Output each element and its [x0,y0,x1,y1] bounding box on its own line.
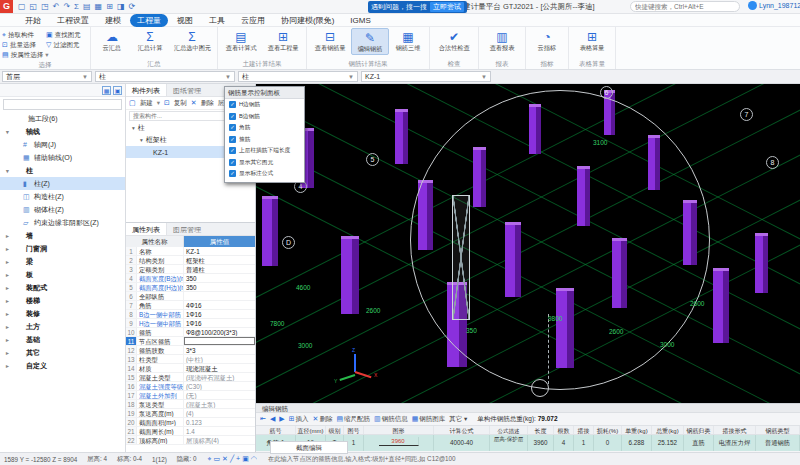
nav-tree-item[interactable]: ◫ 构造柱(Z) [0,190,125,203]
ribbon-tab[interactable]: 建模 [98,14,128,27]
viewport-3d[interactable]: 460078003000260098002600300031003502600 … [256,84,800,403]
checkbox-checked-icon[interactable]: ✓ [229,101,236,108]
rebar-gallery-button[interactable]: ▦钢筋图库 [412,415,446,424]
property-row[interactable]: 13 柱类型 (中柱) [126,355,255,364]
property-value[interactable]: 普通柱 [184,265,255,273]
qat-icon[interactable]: Σ [74,2,79,12]
qat-icon[interactable]: ↷ [63,2,70,12]
rebar-display-option[interactable]: ✓ 显示其它图元 [225,157,304,169]
property-row[interactable]: 20 截面面积(m²) 0.123 [126,418,255,427]
property-row[interactable]: 4 截面宽度(B边)(mm) 350 [126,274,255,283]
ribbon-tab[interactable]: IGMS [343,15,377,26]
property-row[interactable]: 9 H边一侧中部筋 1Φ16 [126,319,255,328]
status-tool-icon[interactable]: ╱ [230,455,234,462]
nav-search-input[interactable] [3,99,122,110]
checkbox-checked-icon[interactable]: ✓ [229,170,236,177]
checkbox-checked-icon[interactable]: ✓ [229,147,236,154]
property-row[interactable]: 16 混凝土强度等级 (C30) [126,382,255,391]
qat-icon[interactable]: ⊞ [106,2,113,12]
other-menu-button[interactable]: 其它 ▾ [449,415,467,424]
legality-check-button[interactable]: ✔合法性检查 [432,28,476,53]
nav-tree-item[interactable]: ▱ 约束边缘非阴影区(Z) [0,216,125,229]
property-row[interactable]: 18 泵送类型 (混凝土泵) [126,400,255,409]
shortcut-search-input[interactable] [630,1,740,12]
rebar-display-option[interactable]: ✓ 显示标注公式 [225,168,304,180]
qat-icon[interactable]: ▦ [95,2,103,12]
category-select[interactable]: 柱▼ [95,71,235,82]
property-row[interactable]: 3 定额类别 普通柱 [126,265,255,274]
property-value[interactable]: (4) [184,409,255,417]
nav-tree-item[interactable]: # 轴网(J) [0,138,125,151]
ribbon-tab[interactable]: 工程设置 [50,14,96,27]
summary-selected-button[interactable]: Σ汇总选中图元 [169,28,215,53]
property-row[interactable]: 17 混凝土外加剂 (无) [126,391,255,400]
nav-tree-item[interactable]: 施工段(6) [0,112,125,125]
cell-rebar-type[interactable]: 普通钢筋 [756,435,800,451]
property-value[interactable]: (混凝土泵) [184,400,255,408]
ribbon-tab[interactable]: 开始 [18,14,48,27]
rebar-3d-button[interactable]: ▦钢筋三维 [389,28,427,53]
next-record-icon[interactable]: ▶ [279,415,284,423]
nav-tree-item[interactable]: ▸ 自定义 [0,359,125,372]
cell-formula[interactable]: 4000-40 [434,435,490,451]
rebar-display-option[interactable]: ✓ B边钢筋 [225,111,304,123]
batch-select-button[interactable]: ⊡批量选择 [2,40,46,50]
cell-lap[interactable]: 1 [574,435,594,451]
ribbon-tab[interactable]: 云应用 [234,14,272,27]
tab-layer-manage[interactable]: 图层管理 [167,223,207,235]
status-tool-icon[interactable]: ◠ [251,455,257,462]
property-value[interactable] [184,337,255,345]
rebar-display-option[interactable]: ✓ 上层柱插筋下端长度 [225,145,304,157]
scale-rebar-button[interactable]: ▤缩尺配筋 [336,415,370,424]
tab-component-list[interactable]: 构件列表 [126,84,167,96]
cell-count[interactable]: 4 [554,435,574,451]
status-tool-icon[interactable]: ▭ [213,455,220,462]
property-row[interactable]: 21 截面周长(m) 1.4 [126,427,255,436]
checkbox-checked-icon[interactable]: ✓ [229,113,236,120]
nav-tree-item[interactable]: ▸ 土方 [0,320,125,333]
property-row[interactable]: 12 箍筋肢数 3*3 [126,346,255,355]
floor-select[interactable]: 首层▼ [2,71,92,82]
copy-button[interactable]: 复制 [174,99,187,108]
tab-drawing-manage[interactable]: 图纸管理 [167,84,207,96]
property-value[interactable]: 350 [184,274,255,282]
ribbon-tab[interactable]: 视图 [170,14,200,27]
nav-tree-item[interactable]: ▦ 辅助轴线(O) [0,151,125,164]
property-value[interactable]: 4Φ16 [184,301,255,309]
property-row[interactable]: 2 结构类别 框架柱 [126,256,255,265]
checkbox-checked-icon[interactable]: ✓ [229,124,236,131]
cloud-summary-button[interactable]: ☁云汇总 [93,28,131,53]
qat-icon[interactable]: ⟳ [128,2,135,12]
property-value[interactable]: 1Φ16 [184,310,255,318]
prev-record-icon[interactable]: ◀ [270,415,275,423]
property-value[interactable]: 框架柱 [184,256,255,264]
checkbox-checked-icon[interactable]: ✓ [229,136,236,143]
property-value[interactable]: (无) [184,391,255,399]
nav-tree-item[interactable]: ▸ 装配式 [0,281,125,294]
rebar-display-option[interactable]: ✓ H边钢筋 [225,99,304,111]
property-value[interactable]: (中柱) [184,355,255,363]
ribbon-tab[interactable]: 工程量 [130,14,168,27]
rebar-display-option[interactable]: ✓ 角筋 [225,122,304,134]
nav-tree-item[interactable]: ▸ 梁 [0,255,125,268]
concrete-column[interactable] [341,236,359,314]
nav-tree-item[interactable]: ▸ 基础 [0,333,125,346]
nav-tree-item[interactable]: ▸ 楼梯 [0,294,125,307]
table-calc-button[interactable]: ⊞表格算量 [571,28,613,53]
section-edit-tab[interactable]: 截面编辑 [270,441,348,454]
pick-component-button[interactable]: ⌖拾取构件 [2,30,46,40]
property-row[interactable]: 7 角筋 4Φ16 [126,301,255,310]
property-value[interactable]: (C30) [184,382,255,390]
ribbon-tab[interactable]: 协同建模(限免) [274,14,341,27]
view-calc-expression-button[interactable]: ▤查看计算式 [220,28,262,53]
property-value[interactable]: 1.4 [184,427,255,435]
cell-lap-form[interactable]: 电渣压力焊 [714,435,756,451]
concrete-column[interactable] [713,268,729,343]
edit-rebar-button[interactable]: ✎编辑钢筋 [351,28,389,55]
view-rebar-quantity-button[interactable]: ⊟查看钢筋量 [309,28,351,53]
nav-collapse-icon[interactable]: ▣ [113,86,122,95]
property-row[interactable]: 19 泵送高度(m) (4) [126,409,255,418]
property-row[interactable]: 22 顶标高(m) 层顶标高(4) [126,436,255,445]
filter-element-button[interactable]: ▽过滤图元 [46,40,88,50]
nav-tree-item[interactable]: ▸ 装修 [0,307,125,320]
